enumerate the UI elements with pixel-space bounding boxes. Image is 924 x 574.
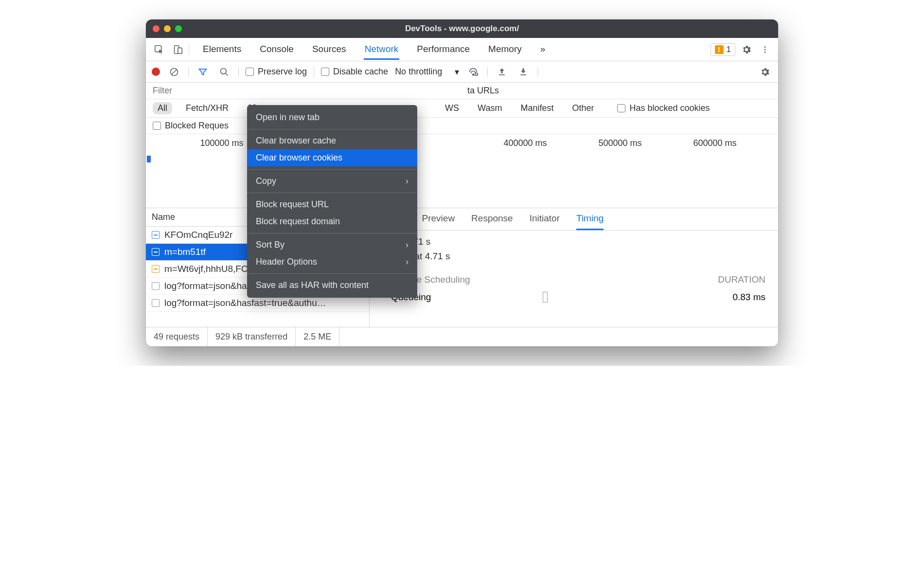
throttling-value: No throttling (395, 67, 442, 77)
detail-tabs: aders Preview Response Initiator Timing (370, 208, 778, 231)
separator (238, 67, 239, 77)
file-icon (152, 248, 160, 256)
tab-network[interactable]: Network (364, 39, 400, 60)
queueing-value: 0.83 ms (732, 292, 765, 303)
timeline-tick: 400000 ms (503, 138, 547, 148)
separator (247, 193, 417, 193)
separator (247, 273, 417, 274)
svg-point-10 (473, 74, 474, 75)
window-title: DevTools - www.google.com/ (146, 24, 778, 34)
file-icon (152, 231, 160, 239)
started-at: Started at 4.71 s (382, 251, 765, 262)
svg-point-5 (764, 51, 766, 53)
filter-icon[interactable] (195, 65, 210, 79)
svg-point-11 (475, 72, 478, 75)
file-icon (152, 265, 160, 273)
blocked-requests-checkbox[interactable]: Blocked Reques (153, 121, 229, 131)
settings-gear-icon[interactable] (739, 42, 754, 57)
context-menu: Open in new tab Clear browser cache Clea… (247, 105, 417, 298)
tab-preview[interactable]: Preview (422, 213, 455, 230)
tab-timing[interactable]: Timing (576, 213, 604, 230)
device-icon[interactable] (170, 42, 185, 57)
network-conditions-icon[interactable] (466, 65, 480, 79)
tab-performance[interactable]: Performance (416, 39, 471, 60)
svg-point-8 (221, 68, 227, 74)
checkbox-icon (321, 68, 329, 76)
chevron-right-icon: › (406, 240, 409, 250)
status-transferred: 929 kB transferred (208, 327, 296, 346)
checkbox-icon (153, 122, 161, 130)
ctx-header-options[interactable]: Header Options› (247, 253, 417, 270)
file-icon (152, 282, 160, 290)
devtools-window: DevTools - www.google.com/ Elements Cons… (146, 19, 778, 346)
separator (247, 233, 417, 233)
filter-all[interactable]: All (153, 102, 172, 114)
ctx-sort-by[interactable]: Sort By› (247, 236, 417, 253)
tab-memory[interactable]: Memory (487, 39, 523, 60)
disable-cache-checkbox[interactable]: Disable cache (321, 67, 388, 77)
filter-input[interactable] (153, 86, 266, 96)
ctx-clear-cache[interactable]: Clear browser cache (247, 132, 417, 149)
ctx-copy[interactable]: Copy› (247, 173, 417, 190)
svg-rect-12 (499, 74, 505, 75)
split-pane: Name KFOmCnqEu92r m=bm51tf m=Wt6vjf,hhhU… (146, 208, 778, 327)
ctx-clear-cookies[interactable]: Clear browser cookies (247, 149, 417, 166)
chevron-right-icon: › (406, 257, 409, 267)
filter-manifest[interactable]: Manifest (515, 102, 558, 114)
filter-wasm[interactable]: Wasm (473, 102, 507, 114)
throttling-select[interactable]: No throttling ▾ (395, 67, 459, 77)
request-name: m=bm51tf (164, 247, 206, 257)
filter-fetch-xhr[interactable]: Fetch/XHR (181, 102, 233, 114)
status-bar: 49 requests 929 kB transferred 2.5 ME (146, 327, 778, 346)
network-toolbar: Preserve log Disable cache No throttling… (146, 61, 778, 83)
filter-blocked-row: Blocked Reques (146, 118, 778, 134)
timeline-marker[interactable] (147, 156, 151, 162)
ctx-save-har[interactable]: Save all as HAR with content (247, 277, 417, 294)
request-name: log?format=json&hasfast=true&authu… (164, 298, 326, 308)
upload-har-icon[interactable] (495, 65, 509, 79)
overview-timeline[interactable]: 100000 ms 400000 ms 500000 ms 600000 ms (146, 134, 778, 208)
download-har-icon[interactable] (516, 65, 531, 79)
svg-rect-13 (520, 74, 526, 75)
queueing-bar (543, 292, 548, 303)
search-icon[interactable] (217, 65, 231, 79)
svg-line-7 (172, 70, 177, 74)
ctx-open-new-tab[interactable]: Open in new tab (247, 109, 417, 126)
tab-sources[interactable]: Sources (311, 39, 347, 60)
preserve-log-checkbox[interactable]: Preserve log (246, 67, 307, 77)
svg-point-4 (764, 49, 766, 50)
tab-overflow[interactable]: » (539, 39, 547, 60)
tab-initiator[interactable]: Initiator (530, 213, 560, 230)
titlebar: DevTools - www.google.com/ (146, 19, 778, 38)
tab-console[interactable]: Console (259, 39, 295, 60)
issues-badge[interactable]: ! 1 (711, 43, 735, 56)
filter-other[interactable]: Other (567, 102, 599, 114)
separator (188, 67, 189, 77)
has-blocked-label: Has blocked cookies (629, 103, 710, 113)
kebab-menu-icon[interactable] (758, 42, 772, 57)
preserve-log-label: Preserve log (258, 67, 307, 77)
ctx-block-url[interactable]: Block request URL (247, 196, 417, 213)
disable-cache-label: Disable cache (333, 67, 388, 77)
queued-at: ed at 4.71 s (382, 236, 765, 247)
separator (189, 44, 189, 55)
record-button[interactable] (152, 68, 160, 76)
filter-row: ta URLs (146, 83, 778, 99)
network-settings-icon[interactable] (758, 65, 772, 79)
tab-elements[interactable]: Elements (202, 39, 242, 60)
checkbox-icon (617, 104, 625, 112)
issues-count: 1 (727, 45, 731, 54)
filter-ws[interactable]: WS (440, 102, 464, 114)
timing-row-queueing: Queueing 0.83 ms (370, 292, 778, 309)
inspect-icon[interactable] (152, 42, 166, 57)
tab-response[interactable]: Response (471, 213, 513, 230)
timing-content: ed at 4.71 s Started at 4.71 s (370, 231, 778, 268)
duration-header: DURATION (718, 274, 765, 285)
ctx-block-domain[interactable]: Block request domain (247, 213, 417, 230)
has-blocked-cookies-checkbox[interactable]: Has blocked cookies (617, 103, 710, 113)
request-name: KFOmCnqEu92r (164, 230, 232, 240)
svg-rect-2 (178, 48, 182, 54)
timeline-tick: 600000 ms (693, 138, 736, 148)
clear-icon[interactable] (167, 65, 181, 79)
checkbox-icon (246, 68, 254, 76)
